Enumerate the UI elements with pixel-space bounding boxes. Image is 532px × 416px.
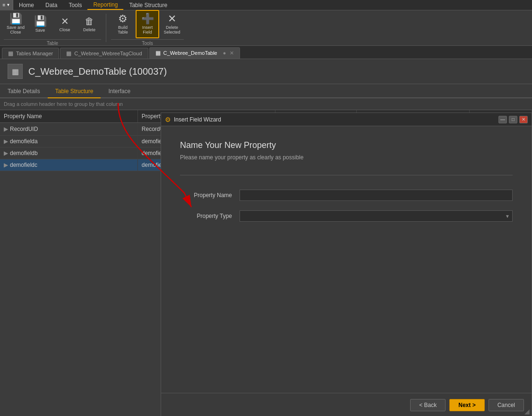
wizard-close-button[interactable]: ✕ (519, 116, 528, 123)
build-table-button[interactable]: ⚙ BuildTable (111, 10, 135, 38)
col-header-property-name: Property Name (0, 110, 137, 123)
tab-demo-table-close-x[interactable]: ✕ (230, 50, 234, 56)
wizard-subheading: Please name your property as clearly as … (180, 154, 513, 161)
property-name-input[interactable] (240, 190, 513, 201)
insert-field-button[interactable]: ➕ InsertField (136, 10, 159, 38)
toolbar-tools-section-label: Tools (111, 39, 184, 46)
build-table-label: BuildTable (118, 26, 128, 35)
menu-data[interactable]: Data (40, 1, 63, 9)
sub-tab-interface[interactable]: Interface (101, 85, 138, 98)
main-content: Drag a column header here to group by th… (0, 98, 532, 416)
property-name-label: Property Name (180, 192, 232, 199)
close-label: Close (59, 27, 70, 32)
sub-tab-table-structure[interactable]: Table Structure (48, 85, 101, 98)
property-type-label: Property Type (180, 213, 232, 219)
tab-demo-table-icon: ▦ (155, 50, 161, 56)
tab-bar: ▦ Tables Manager ▦ C_Webree_WebreeTagClo… (0, 46, 532, 59)
menu-table-structure[interactable]: Table Structure (123, 1, 173, 9)
page-title: C_Webree_DemoTable (100037) (28, 66, 167, 77)
tab-webree-tag-cloud-label: C_Webree_WebreeTagCloud (74, 51, 142, 56)
tab-tables-manager-icon: ▦ (8, 50, 13, 57)
cell-prop-name: ▶demofielda (0, 136, 137, 147)
tab-webree-tag-cloud[interactable]: ▦ C_Webree_WebreeTagCloud (60, 48, 148, 59)
sub-tab-table-details[interactable]: Table Details (0, 85, 48, 98)
tab-tables-manager-label: Tables Manager (16, 51, 53, 56)
cancel-button[interactable]: Cancel (489, 399, 524, 411)
menu-bar: ≡ ▼ Home Data Tools Reporting Table Stru… (0, 0, 532, 10)
delete-icon: 🗑 (85, 17, 94, 26)
menu-tools[interactable]: Tools (63, 1, 87, 9)
wizard-heading: Name Your New Property (180, 140, 513, 150)
cell-prop-name: ▶RecordUID (0, 123, 137, 136)
save-button[interactable]: 💾 Save (28, 10, 52, 38)
property-type-select[interactable]: bigint varchar int text datetime float b… (240, 210, 513, 222)
delete-selected-icon: ✕ (168, 14, 176, 24)
delete-selected-button[interactable]: ✕ DeleteSelected (160, 10, 184, 38)
wizard-maximize-button[interactable]: □ (509, 116, 517, 123)
toolbar-divider (106, 14, 106, 42)
save-close-label: Save andClose (7, 26, 25, 35)
app-logo[interactable]: ≡ ▼ (0, 0, 13, 10)
sub-tab-bar: Table Details Table Structure Interface (0, 84, 532, 98)
cell-prop-name: ▶demofieldb (0, 147, 137, 159)
save-label: Save (35, 28, 45, 33)
close-icon: ✕ (61, 17, 69, 26)
wizard-title-text: Insert Field Wizard (174, 116, 498, 123)
tab-demo-table-label: C_Webree_DemoTable (163, 50, 217, 56)
drag-hint: Drag a column header here to group by th… (0, 98, 532, 110)
insert-field-label: InsertField (142, 26, 153, 35)
wizard-property-name-row: Property Name (180, 190, 513, 201)
resize-handle-icon: ◢ (524, 407, 530, 415)
wizard-property-type-row: Property Type bigint varchar int text da… (180, 210, 513, 222)
menu-reporting[interactable]: Reporting (87, 0, 123, 10)
tab-demo-table-close[interactable]: ● (223, 50, 226, 56)
save-close-button[interactable]: 💾 Save andClose (4, 10, 27, 38)
insert-field-icon: ➕ (141, 14, 154, 24)
page-header: ▦ C_Webree_DemoTable (100037) (0, 59, 532, 84)
wizard-minimize-button[interactable]: — (498, 116, 507, 123)
back-button[interactable]: < Back (410, 399, 446, 411)
wizard-separator (180, 175, 513, 175)
menu-home[interactable]: Home (13, 1, 40, 9)
build-table-icon: ⚙ (118, 14, 128, 24)
wizard-body: Name Your New Property Please name your … (161, 126, 532, 393)
delete-selected-label: DeleteSelected (163, 26, 180, 35)
toolbar: 💾 Save andClose 💾 Save ✕ Close 🗑 Delete … (0, 10, 532, 46)
delete-label: Delete (83, 27, 95, 32)
delete-button[interactable]: 🗑 Delete (77, 10, 101, 38)
wizard-dialog: ⚙ Insert Field Wizard — □ ✕ Name Your Ne… (161, 113, 532, 416)
save-close-icon: 💾 (9, 14, 22, 24)
tab-webree-tag-cloud-icon: ▦ (66, 50, 71, 57)
wizard-title-icon: ⚙ (165, 116, 171, 123)
save-icon: 💾 (34, 16, 47, 26)
toolbar-table-section-label: Table (4, 39, 101, 46)
tab-tables-manager[interactable]: ▦ Tables Manager (2, 48, 59, 59)
tab-demo-table[interactable]: ▦ C_Webree_DemoTable ● ✕ (149, 47, 240, 59)
next-button[interactable]: Next > (449, 399, 484, 411)
close-button[interactable]: ✕ Close (53, 10, 77, 38)
page-header-icon: ▦ (8, 64, 23, 79)
cell-prop-name: ▶demofieldc (0, 159, 137, 171)
wizard-footer: < Back Next > Cancel ◢ (161, 393, 532, 416)
wizard-titlebar: ⚙ Insert Field Wizard — □ ✕ (161, 113, 532, 126)
